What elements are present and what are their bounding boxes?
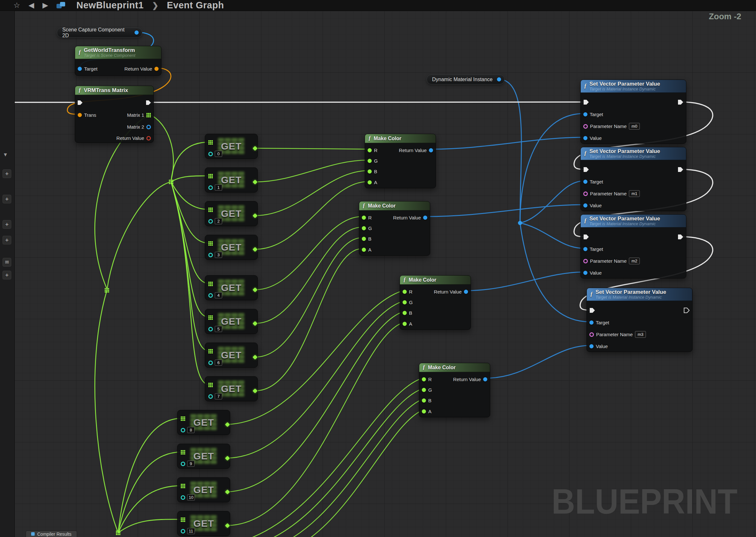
index-input-pin[interactable] [181,529,185,533]
target-input-pin[interactable] [583,247,588,251]
b-input-pin[interactable] [403,311,407,315]
exec-input-pin[interactable] [77,100,83,105]
index-value[interactable]: 1 [215,185,222,190]
index-value[interactable]: 2 [215,218,222,224]
node-set-vector-parameter-0[interactable]: ƒSet Vector Parameter ValueTarget is Mat… [580,80,686,144]
index-value[interactable]: 8 [187,427,195,433]
add-button[interactable]: + [3,220,11,229]
exec-input-pin[interactable] [589,308,595,313]
node-vrmtrans-matrix[interactable]: ƒ VRMTrans Matrix Trans Matrix 1 Matrix … [75,86,154,143]
exec-input-pin[interactable] [583,234,589,240]
node-dynamic-material-instance[interactable]: Dynamic Material Instance [426,74,505,84]
target-input-pin[interactable] [78,67,82,71]
g-input-pin[interactable] [403,300,407,305]
value-input-pin[interactable] [583,136,588,140]
index-input-pin[interactable] [208,360,213,365]
index-input-pin[interactable] [208,293,213,298]
node-array-get-7[interactable]: GET7 [205,376,258,401]
index-value[interactable]: 5 [215,326,222,332]
parameter-name-input-pin[interactable] [583,191,588,196]
b-input-pin[interactable] [362,237,366,241]
exec-input-pin[interactable] [583,167,589,172]
forward-icon[interactable]: ▶ [42,2,48,9]
index-input-pin[interactable] [208,253,213,257]
compiler-results-tab[interactable]: Compiler Results [26,531,77,537]
object-output-pin[interactable] [135,30,139,35]
index-value[interactable]: 7 [215,393,222,399]
index-value[interactable]: 9 [187,461,195,467]
node-array-get-1[interactable]: GET1 [205,167,258,192]
node-make-color-0[interactable]: ƒMake Color R G B A Return Value [365,134,436,188]
exec-output-pin[interactable] [684,308,689,313]
node-array-get-8[interactable]: GET8 [177,410,230,435]
object-output-pin[interactable] [497,77,501,81]
return-value-output-pin[interactable] [423,216,427,220]
breadcrumb-event-graph[interactable]: Event Graph [167,0,224,11]
r-input-pin[interactable] [368,148,372,152]
index-value[interactable]: 3 [215,252,222,258]
parameter-name-value[interactable]: m3 [635,331,646,338]
back-icon[interactable]: ◀ [28,2,34,9]
array-reroute-node[interactable] [116,531,117,532]
node-array-get-10[interactable]: GET10 [177,477,230,502]
return-value-output-pin[interactable] [483,377,487,381]
g-input-pin[interactable] [368,159,372,163]
target-input-pin[interactable] [583,112,588,116]
index-input-pin[interactable] [181,462,185,466]
a-input-pin[interactable] [422,409,426,413]
trans-input-pin[interactable] [78,113,82,117]
return-value-output-pin[interactable] [429,148,433,152]
node-array-get-11[interactable]: GET11 [177,511,230,536]
breadcrumb-blueprint-name[interactable]: NewBlueprint1 [76,0,144,11]
index-value[interactable]: 0 [215,151,222,157]
add-button[interactable]: + [3,195,11,203]
target-input-pin[interactable] [589,320,594,325]
array-reroute-node[interactable] [105,288,106,289]
value-input-pin[interactable] [583,203,588,208]
node-array-get-3[interactable]: GET3 [205,235,258,260]
chevron-down-icon[interactable]: ▾ [4,151,7,158]
index-input-pin[interactable] [208,327,213,331]
node-get-world-transform[interactable]: ƒ GetWorldTransform Target is Scene Comp… [75,46,161,76]
return-value-output-pin[interactable] [155,67,158,71]
node-set-vector-parameter-1[interactable]: ƒSet Vector Parameter ValueTarget is Mat… [580,147,686,211]
b-input-pin[interactable] [368,169,372,174]
exec-output-pin[interactable] [146,100,151,105]
favorite-star-icon[interactable]: ☆ [14,2,20,9]
node-make-color-3[interactable]: ƒMake Color R G B A Return Value [419,363,490,417]
return-value-output-pin[interactable] [146,136,151,141]
index-input-pin[interactable] [181,495,185,500]
index-input-pin[interactable] [208,186,213,190]
node-array-get-4[interactable]: GET4 [205,275,258,300]
value-input-pin[interactable] [589,344,594,349]
matrix2-output-pin[interactable] [146,125,151,129]
return-value-output-pin[interactable] [464,290,468,294]
add-button[interactable]: + [3,236,11,244]
index-value[interactable]: 4 [215,292,222,298]
parameter-name-input-pin[interactable] [583,259,588,263]
a-input-pin[interactable] [368,180,372,185]
parameter-name-value[interactable]: m0 [629,123,640,130]
index-value[interactable]: 6 [215,360,222,366]
node-array-get-9[interactable]: GET9 [177,444,230,469]
node-make-color-2[interactable]: ƒMake Color R G B A Return Value [400,275,471,330]
parameter-name-value[interactable]: m2 [629,258,640,264]
g-input-pin[interactable] [422,388,426,392]
target-input-pin[interactable] [583,180,588,184]
node-make-color-1[interactable]: ƒMake Color R G B A Return Value [359,201,430,256]
node-array-get-6[interactable]: GET6 [205,343,258,368]
node-set-vector-parameter-2[interactable]: ƒSet Vector Parameter ValueTarget is Mat… [580,214,686,278]
index-input-pin[interactable] [181,428,185,433]
parameter-name-input-pin[interactable] [589,332,594,337]
exec-output-pin[interactable] [678,234,684,240]
parameter-name-value[interactable]: m1 [629,190,640,197]
array-reroute-node[interactable] [169,180,170,181]
node-array-get-2[interactable]: GET2 [205,201,258,226]
index-input-pin[interactable] [208,394,213,399]
add-button[interactable]: + [3,271,11,279]
add-button[interactable]: + [3,169,11,178]
r-input-pin[interactable] [362,216,366,220]
node-scene-capture-component[interactable]: Scene Capture Component 2D [57,27,142,38]
node-array-get-5[interactable]: GET5 [205,309,258,334]
exec-output-pin[interactable] [678,100,684,105]
